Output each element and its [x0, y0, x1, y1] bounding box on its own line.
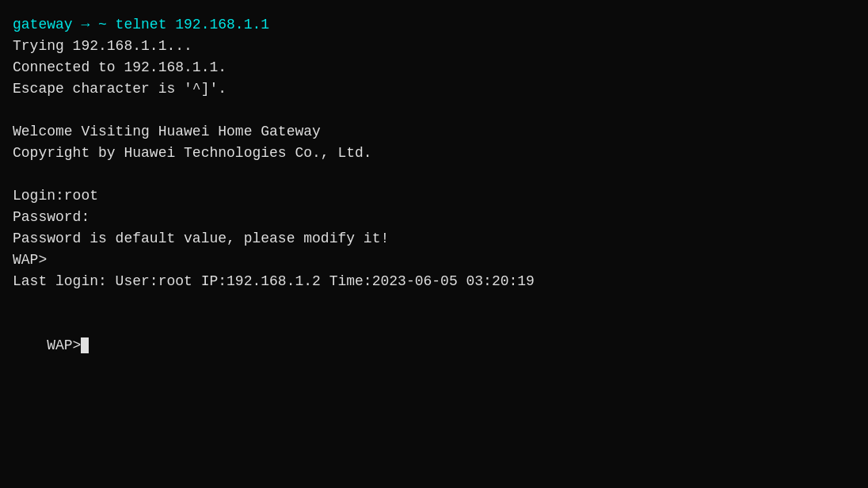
terminal-cursor [81, 337, 89, 353]
wap-prompt-1: WAP> [13, 250, 855, 271]
blank-line-1 [13, 100, 855, 121]
wap-prompt-2: WAP> [13, 314, 855, 378]
last-login-line: Last login: User:root IP:192.168.1.2 Tim… [13, 271, 855, 292]
password-warning-line: Password is default value, please modify… [13, 228, 855, 250]
welcome-line: Welcome Visiting Huawei Home Gateway [13, 121, 855, 143]
login-line: Login:root [13, 185, 855, 207]
wap-prompt-text: WAP> [47, 337, 81, 353]
copyright-line: Copyright by Huawei Technologies Co., Lt… [13, 143, 855, 164]
blank-line-3 [13, 292, 855, 314]
escape-char-line: Escape character is '^]'. [13, 78, 855, 100]
connected-line: Connected to 192.168.1.1. [13, 57, 855, 78]
blank-line-2 [13, 164, 855, 185]
terminal-window[interactable]: gateway → ~ telnet 192.168.1.1 Trying 19… [13, 14, 855, 474]
password-line: Password: [13, 207, 855, 228]
trying-line: Trying 192.168.1.1... [13, 36, 855, 57]
command-prompt-line: gateway → ~ telnet 192.168.1.1 [13, 14, 855, 36]
